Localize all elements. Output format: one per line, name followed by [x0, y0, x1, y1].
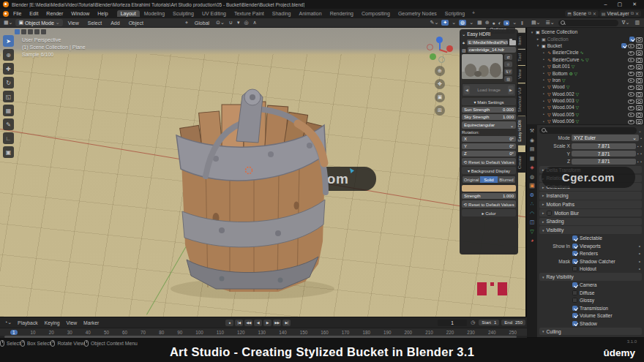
workspace-tab[interactable]: Geometry Nodes [394, 10, 441, 17]
output-tab-icon[interactable]: ▤ [530, 146, 535, 152]
camera-visibility-icon[interactable] [636, 50, 643, 56]
annotate-dropdown-icon[interactable]: ✎⌄ [429, 20, 441, 26]
timeline-menu[interactable]: Marker [81, 320, 101, 325]
outliner-row[interactable]: ▾ ▣ Scene Collection [528, 29, 643, 35]
material-tab-icon[interactable]: ◕ [531, 238, 533, 244]
blender-menu-icon[interactable] [3, 11, 9, 17]
current-frame-field[interactable]: 1 [438, 320, 467, 326]
collection-checkbox[interactable] [629, 37, 634, 42]
frame-tick[interactable]: 1 [10, 330, 18, 335]
frame-tick[interactable]: 240 [488, 330, 496, 335]
hdri-path-field[interactable]: E:\Media\Media\Pic\H... [467, 39, 508, 45]
move-tool-icon[interactable]: ✚ [3, 63, 14, 75]
easy-hdri-panel-header[interactable]: ⌄ Easy HDRI [462, 31, 516, 38]
frame-tick[interactable]: 190 [383, 330, 392, 335]
outliner-row[interactable]: • ∿ BezierCurve ∿ ▽ [528, 56, 643, 63]
display-mode-option[interactable]: Original [463, 176, 480, 183]
previous-keyframe-button[interactable]: ◀◀ [244, 320, 252, 326]
background-color-swatch[interactable] [462, 185, 516, 192]
viewport-menu[interactable]: Object [125, 20, 147, 26]
modifiers-tab-icon[interactable]: ⚙ [530, 192, 534, 198]
new-scene-icon[interactable]: ⧉ [588, 11, 591, 16]
properties-search-input[interactable] [539, 127, 637, 134]
workspace-tab[interactable]: Texture Paint [231, 10, 268, 17]
frame-tick[interactable]: 120 [237, 330, 245, 335]
ray-visibility-checkbox[interactable] [572, 306, 577, 311]
close-button[interactable]: ✕ [632, 1, 637, 7]
workspace-tab[interactable]: Layout [117, 10, 140, 17]
camera-visibility-icon[interactable] [636, 84, 643, 90]
mode-icon-active[interactable] [15, 29, 20, 34]
outliner-search-input[interactable] [558, 20, 618, 26]
start-frame-field[interactable]: Start1 [479, 320, 499, 325]
filter-funnel-icon[interactable]: ∇⌄ [621, 20, 632, 26]
eye-icon[interactable] [628, 56, 634, 62]
cursor-tool-icon[interactable]: ⊕ [3, 49, 14, 61]
load-image-button[interactable]: Load Image [471, 88, 506, 92]
frame-tick[interactable]: 100 [195, 330, 203, 335]
snap-dropdown[interactable]: ▾ [236, 20, 242, 26]
sky-strength-field[interactable]: Sky Strength1.000 [462, 114, 516, 120]
outliner-row[interactable]: • ▽ Wood.003 ▽ [528, 97, 643, 104]
eye-icon[interactable] [628, 77, 634, 83]
properties-section-header[interactable]: ▸ Instancing [539, 192, 642, 200]
properties-section-header[interactable]: ▸ Shading [539, 218, 642, 226]
new-view-layer-icon[interactable]: ⧉ [631, 11, 634, 16]
rotation-axis-field[interactable]: Z0° [462, 151, 516, 157]
visibility-checkbox[interactable] [572, 251, 577, 256]
eye-icon[interactable] [628, 70, 634, 76]
camera-visibility-icon[interactable] [636, 118, 643, 124]
shading-dropdown[interactable]: ⌄ [511, 20, 518, 26]
scene-tab-icon[interactable]: ◈ [530, 165, 533, 170]
workspace-tab[interactable]: Compositing [358, 10, 394, 17]
visibility-checkbox[interactable] [572, 235, 577, 241]
record-button[interactable]: ● [225, 320, 233, 326]
workspace-tab[interactable]: Modeling [141, 10, 168, 17]
shading-rendered-icon[interactable]: ◑ [503, 20, 509, 26]
culling-section-header[interactable]: ▾ Culling [539, 328, 642, 336]
outliner-row[interactable]: ▾ ▣ Bucket [528, 42, 643, 49]
topbar-menu[interactable]: Edit [26, 10, 42, 17]
outliner-row[interactable]: • ▽ Wood ▽ [528, 83, 643, 90]
jump-to-start-button[interactable]: |◀ [235, 320, 243, 326]
view-layer-tab-icon[interactable]: ▦ [530, 156, 535, 162]
favorite-star-icon[interactable]: ☆ [504, 61, 512, 67]
shading-wireframe-icon[interactable]: ⊕ [484, 20, 490, 26]
frame-tick[interactable]: 180 [362, 330, 370, 335]
frame-tick[interactable]: 80 [159, 330, 164, 335]
topbar-menu[interactable]: Help [94, 10, 111, 17]
object-data-tab-icon[interactable]: ▽ [530, 229, 533, 235]
frame-tick[interactable]: 50 [104, 330, 109, 335]
topbar-menu[interactable]: Render [42, 10, 67, 17]
frame-tick[interactable]: 200 [405, 330, 413, 335]
measure-tool-icon[interactable]: ∟ [3, 132, 14, 144]
outliner-row[interactable]: • ∿ BezierCircle ∿ [528, 49, 643, 56]
display-mode-option[interactable]: Blurred [498, 176, 515, 183]
frame-tick[interactable]: 90 [177, 330, 182, 335]
frame-tick[interactable]: 40 [86, 330, 91, 335]
workspace-tab[interactable]: Animation [296, 10, 326, 17]
outliner-row[interactable]: • ▽ Bottom ⚙ ▽ [528, 69, 643, 76]
ray-visibility-section-header[interactable]: ▾ Ray Visibility [539, 273, 642, 281]
folder-icon[interactable] [509, 40, 516, 45]
hdri-file-field[interactable]: cambridge_14.hdr [468, 47, 516, 53]
sidebar-tab[interactable]: Tool [517, 50, 526, 65]
workspace-tab[interactable]: Sculpting [169, 10, 198, 17]
mode-dropdown[interactable]: ▣ Object Mode ⌄ [15, 19, 62, 26]
end-frame-field[interactable]: End250 [501, 320, 525, 325]
pan-hand-icon[interactable]: ✥ [435, 79, 445, 89]
outliner-row[interactable]: • ▽ Bolt.001 ▽ [528, 63, 643, 69]
workspace-tab[interactable]: UV Editing [198, 10, 230, 17]
ray-visibility-checkbox[interactable] [572, 321, 577, 326]
shading-solid-icon[interactable]: ● [492, 20, 496, 26]
scale-tool-icon[interactable]: ◱ [3, 91, 14, 102]
strength-field[interactable]: Strength1.000 [462, 193, 516, 199]
properties-section-header[interactable]: ▸ Motion Blur [539, 209, 642, 217]
workspace-tab[interactable]: Scripting [441, 10, 468, 17]
outliner-options-icon[interactable]: ▥ [633, 20, 641, 26]
snap-magnet-icon[interactable]: ∪ [228, 20, 234, 26]
outliner-row[interactable]: • ▽ Iron ▽ [528, 77, 643, 83]
physics-tab-icon[interactable]: ◠ [530, 211, 534, 216]
timeline-menu[interactable]: Keying [42, 320, 62, 325]
outliner-row[interactable]: • ▽ Wood.002 ▽ [528, 91, 643, 97]
